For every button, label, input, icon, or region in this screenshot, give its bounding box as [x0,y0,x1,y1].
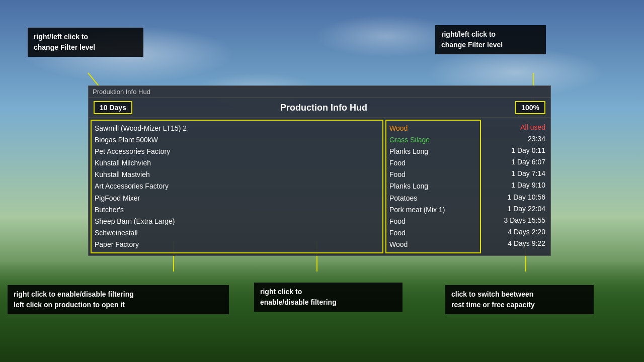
tooltip-top-right: right/left click to change Filter level [435,25,546,54]
time-item-2[interactable]: 1 Day 0:11 [486,145,545,156]
tooltip-bottom-mid: right click to enable/disable filtering [254,283,403,312]
hud-panel: Produktion Info Hud 10 Days Production I… [88,85,551,256]
hud-columns: Sawmill (Wood-Mizer LT15) 2Biogas Plant … [89,118,550,255]
outputs-column: WoodGrass SilagePlanks LongFoodFoodPlank… [385,120,481,253]
tooltip-bottom-right: click to switch beetween rest time or fr… [445,285,594,314]
production-item-3[interactable]: Kuhstall Milchvieh [95,157,379,169]
productions-list: Sawmill (Wood-Mizer LT15) 2Biogas Plant … [95,123,379,250]
time-item-3[interactable]: 1 Day 6:07 [486,156,545,168]
tooltip-bottom-left: right click to enable/disable filtering … [8,285,229,314]
output-item-9: Food [389,227,477,239]
production-item-0[interactable]: Sawmill (Wood-Mizer LT15) 2 [95,123,379,134]
time-item-9[interactable]: 4 Days 2:20 [486,226,545,238]
output-item-7: Pork meat (Mix 1) [389,204,477,216]
production-item-9[interactable]: Schweinestall [95,227,379,239]
times-list: All used23:341 Day 0:111 Day 6:071 Day 7… [486,122,545,249]
time-item-8[interactable]: 3 Days 15:55 [486,215,545,226]
time-item-0[interactable]: All used [486,122,545,133]
hud-title-bar: Produktion Info Hud [89,86,550,98]
output-item-0: Wood [389,123,477,134]
output-item-3: Food [389,157,477,169]
time-item-1[interactable]: 23:34 [486,133,545,145]
hud-main-title: Production Info Hud [132,103,515,113]
output-item-1: Grass Silage [389,134,477,146]
production-item-1[interactable]: Biogas Plant 500kW [95,134,379,146]
time-item-5[interactable]: 1 Day 9:10 [486,179,545,191]
hud-header: 10 Days Production Info Hud 100% [89,98,550,118]
production-item-10[interactable]: Paper Factory [95,239,379,250]
output-item-10: Wood [389,239,477,250]
tooltip-top-left: right/left click to change Filter level [28,28,143,57]
production-item-2[interactable]: Pet Accessories Factory [95,146,379,157]
outputs-list: WoodGrass SilagePlanks LongFoodFoodPlank… [389,123,477,250]
productions-column: Sawmill (Wood-Mizer LT15) 2Biogas Plant … [91,120,383,253]
output-item-2: Planks Long [389,146,477,157]
times-column: All used23:341 Day 0:111 Day 6:071 Day 7… [483,120,548,253]
output-item-5: Planks Long [389,180,477,192]
production-item-7[interactable]: Butcher's [95,204,379,216]
filter-percent-button[interactable]: 100% [515,101,545,114]
production-item-5[interactable]: Art Accessories Factory [95,180,379,192]
output-item-8: Food [389,216,477,227]
filter-days-button[interactable]: 10 Days [94,101,132,114]
time-item-7[interactable]: 1 Day 22:04 [486,203,545,215]
production-item-4[interactable]: Kuhstall Mastvieh [95,169,379,180]
time-item-10[interactable]: 4 Days 9:22 [486,238,545,249]
time-item-4[interactable]: 1 Day 7:14 [486,168,545,179]
output-item-6: Potatoes [389,193,477,204]
production-item-6[interactable]: PigFood Mixer [95,193,379,204]
time-item-6[interactable]: 1 Day 10:56 [486,192,545,203]
production-item-8[interactable]: Sheep Barn (Extra Large) [95,216,379,227]
output-item-4: Food [389,169,477,180]
